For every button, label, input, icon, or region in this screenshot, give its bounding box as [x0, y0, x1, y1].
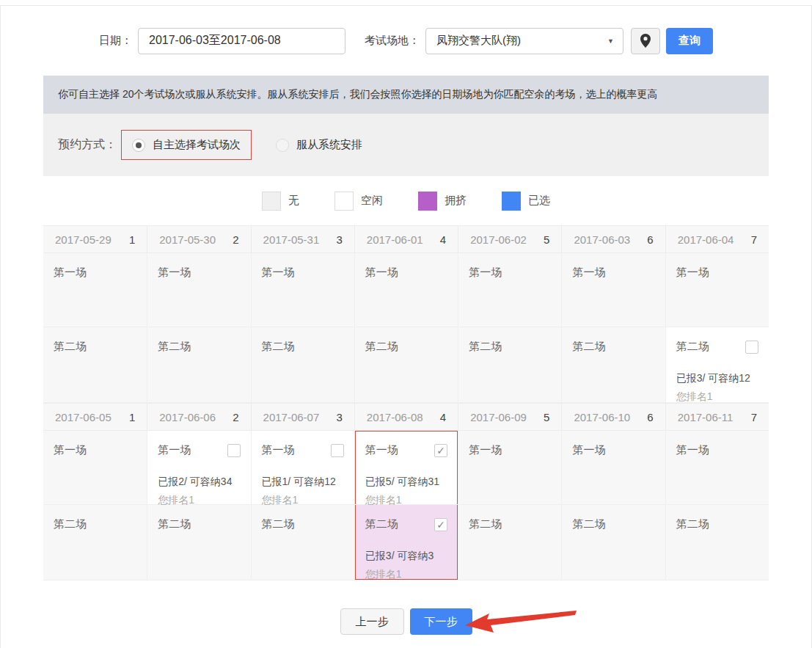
radio-icon[interactable]: [276, 139, 289, 152]
day-header: 2017-06-095: [458, 403, 561, 431]
session-name: 第二场: [676, 517, 709, 531]
legend-swatch: [334, 192, 354, 211]
day-header: 2017-05-291: [43, 225, 147, 253]
day-header-weekday: 6: [647, 411, 653, 423]
session-cell: 第二场: [147, 505, 250, 580]
session-name: 第二场: [158, 340, 191, 354]
session-cell: 第一场: [147, 253, 250, 327]
session-checkbox[interactable]: [745, 341, 758, 354]
booking-method-section: 预约方式： 自主选择考试场次服从系统安排: [43, 114, 769, 176]
session-checkbox[interactable]: [227, 444, 241, 457]
legend-label: 已选: [528, 194, 550, 208]
session-name: 第二场: [365, 517, 398, 531]
session-name: 第一场: [469, 266, 502, 280]
day-header-date: 2017-06-10: [574, 411, 630, 423]
session-name: 第二场: [572, 517, 605, 531]
day-header-date: 2017-06-06: [159, 411, 216, 423]
session-cell: 第二场: [458, 327, 561, 403]
session-cell: 第二场: [561, 327, 665, 403]
day-header-date: 2017-05-29: [55, 233, 111, 246]
booking-radio-option[interactable]: 服从系统安排: [265, 130, 373, 160]
session-name: 第一场: [158, 266, 191, 280]
session-name: 第二场: [469, 517, 502, 531]
session-name: 第一场: [262, 266, 295, 280]
session-cell: 第一场: [43, 431, 147, 505]
session-cell: 第一场: [665, 431, 769, 505]
session-cell: 第一场: [561, 431, 665, 505]
session-name: 第二场: [676, 340, 709, 354]
session-cell: 第二场: [251, 505, 354, 580]
day-header-weekday: 3: [337, 233, 343, 246]
venue-select[interactable]: 凤翔交警大队(翔) ▼: [425, 28, 623, 54]
day-header-date: 2017-06-05: [55, 411, 111, 423]
session-cell: 第一场: [458, 253, 561, 327]
day-header: 2017-06-014: [354, 225, 458, 253]
session-name: 第一场: [158, 443, 191, 457]
session-cell: 第一场: [665, 253, 769, 327]
day-header-date: 2017-05-31: [263, 233, 320, 246]
session-cell[interactable]: 第二场已报3/ 可容纳12您排名1: [665, 327, 769, 403]
day-header-weekday: 7: [751, 233, 757, 246]
session-capacity: 已报3/ 可容纳12: [676, 372, 758, 385]
day-header-date: 2017-06-09: [470, 411, 527, 423]
day-header-date: 2017-05-30: [159, 233, 216, 246]
radio-icon[interactable]: [132, 139, 145, 152]
session-rank: 您排名1: [676, 390, 758, 404]
session-name: 第二场: [54, 340, 87, 354]
day-header-weekday: 2: [233, 411, 238, 423]
session-name: 第一场: [54, 266, 87, 280]
day-header-date: 2017-06-04: [678, 233, 734, 246]
session-checkbox[interactable]: ✓: [434, 518, 447, 531]
session-name: 第一场: [676, 266, 709, 280]
legend: 无空闲拥挤已选: [1, 176, 811, 225]
day-header-weekday: 5: [544, 411, 549, 423]
day-header: 2017-06-047: [665, 225, 769, 253]
legend-label: 空闲: [361, 194, 383, 208]
day-header-weekday: 6: [647, 233, 653, 246]
day-header: 2017-06-106: [561, 403, 665, 431]
session-cell[interactable]: 第一场已报1/ 可容纳12您排名1: [251, 431, 354, 505]
calendar: 2017-05-2912017-05-3022017-05-3132017-06…: [43, 225, 769, 580]
legend-item: 拥挤: [418, 192, 467, 211]
session-name: 第一场: [262, 443, 295, 457]
day-header-weekday: 7: [751, 411, 757, 423]
session-name: 第二场: [572, 340, 605, 354]
session-name: 第一场: [572, 443, 605, 457]
session-cell: 第二场: [251, 327, 354, 403]
session-cell: 第二场: [147, 327, 250, 403]
day-header-weekday: 3: [337, 411, 343, 423]
session-cell: 第二场: [458, 505, 561, 580]
query-button[interactable]: 查询: [666, 28, 713, 54]
session-name: 第一场: [469, 443, 502, 457]
day-header: 2017-05-302: [147, 225, 250, 253]
map-location-button[interactable]: [631, 28, 660, 54]
date-label: 日期：: [99, 34, 132, 48]
prev-step-button[interactable]: 上一步: [340, 608, 404, 635]
session-cell[interactable]: 第一场已报2/ 可容纳34您排名1: [147, 431, 250, 505]
session-cell: 第二场: [665, 505, 769, 580]
session-cell: 第一场: [354, 253, 458, 327]
session-cell: 第一场: [251, 253, 354, 327]
booking-radio-option[interactable]: 自主选择考试场次: [121, 130, 252, 160]
session-rank: 您排名1: [365, 568, 447, 581]
footer-actions: 上一步 下一步: [1, 608, 811, 635]
notice-bar: 你可自主选择 20个考试场次或服从系统安排。服从系统安排后，我们会按照你选择的日…: [43, 76, 769, 114]
session-cell[interactable]: 第一场✓已报5/ 可容纳31您排名1: [354, 431, 458, 505]
next-step-button[interactable]: 下一步: [410, 608, 472, 635]
day-header: 2017-05-313: [251, 225, 354, 253]
session-cell[interactable]: 第二场✓已报3/ 可容纳3您排名1: [354, 505, 458, 580]
session-name: 第二场: [158, 517, 191, 531]
session-checkbox[interactable]: ✓: [434, 444, 447, 457]
session-cell: 第二场: [43, 327, 147, 403]
session-checkbox[interactable]: [331, 444, 344, 457]
radio-option-label: 自主选择考试场次: [153, 138, 241, 152]
date-range-input[interactable]: [138, 28, 345, 54]
venue-selected-value: 凤翔交警大队(翔): [436, 34, 521, 48]
day-header: 2017-06-025: [458, 225, 561, 253]
legend-label: 无: [288, 194, 299, 208]
radio-option-label: 服从系统安排: [296, 138, 362, 152]
day-header: 2017-06-073: [251, 403, 354, 431]
session-name: 第二场: [262, 517, 295, 531]
day-header-weekday: 4: [440, 233, 446, 246]
session-cell: 第一场: [458, 431, 561, 505]
